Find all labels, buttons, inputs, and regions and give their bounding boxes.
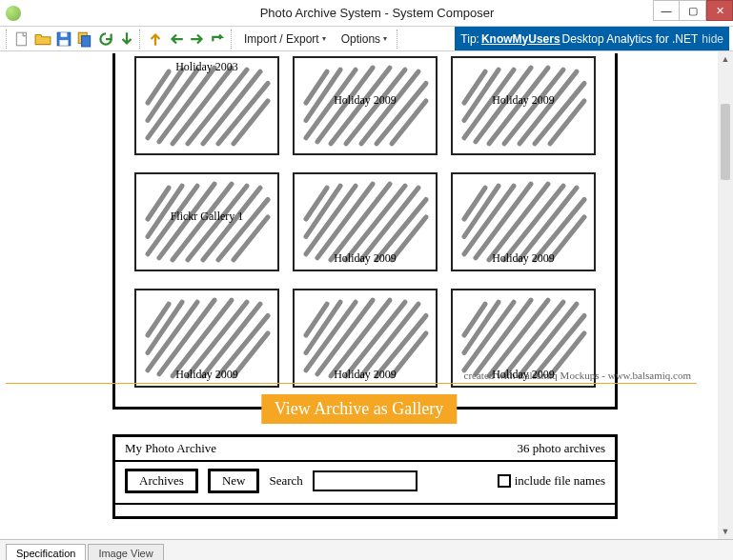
gallery-thumbnail[interactable]: Holiday 2003 [134, 56, 279, 155]
up-arrow-icon[interactable] [147, 30, 164, 48]
vertical-scrollbar[interactable]: ▲ ▼ [718, 51, 733, 539]
import-export-menu[interactable]: Import / Export▾ [236, 27, 334, 51]
forward-arrow-icon[interactable] [189, 30, 206, 48]
gallery-grid: Holiday 2003Holiday 2009Holiday 2009Flic… [134, 56, 596, 388]
archive-panel-tail [115, 503, 615, 516]
toolbar-separator [231, 30, 234, 49]
gallery-thumbnail[interactable]: Holiday 2009 [451, 56, 596, 155]
close-button[interactable]: ✕ [706, 0, 733, 21]
tip-suffix: Desktop Analytics for .NET [562, 32, 699, 46]
copy-icon[interactable] [76, 30, 93, 48]
archive-panel-header: My Photo Archive 36 photo archives [115, 437, 615, 462]
view-gallery-banner: View Archive as Gallery [261, 394, 457, 424]
chevron-down-icon: ▾ [322, 34, 326, 43]
toolbar: Import / Export▾ Options▾ Tip: KnowMyUse… [0, 27, 733, 51]
sketch-fill [140, 62, 274, 150]
thumbnail-label: Holiday 2009 [492, 251, 555, 266]
svg-rect-3 [60, 40, 69, 46]
search-input[interactable] [313, 470, 417, 491]
tab-specification[interactable]: Specification [6, 544, 86, 560]
tip-prefix: Tip: [460, 32, 479, 46]
gallery-thumbnail[interactable]: Flickr Gallery 1 [134, 172, 279, 271]
new-button[interactable]: New [208, 469, 260, 493]
gallery-thumbnail[interactable]: Holiday 2009 [451, 172, 596, 271]
gallery-mockup-frame: Holiday 2003Holiday 2009Holiday 2009Flic… [112, 53, 618, 410]
scroll-thumb[interactable] [721, 104, 730, 180]
options-menu[interactable]: Options▾ [334, 27, 395, 51]
save-icon[interactable] [55, 30, 72, 48]
tip-hide-link[interactable]: hide [702, 32, 723, 46]
canvas: Holiday 2003Holiday 2009Holiday 2009Flic… [6, 53, 712, 537]
maximize-button[interactable]: ▢ [680, 0, 706, 21]
svg-rect-0 [16, 32, 26, 46]
section-divider [6, 383, 697, 384]
svg-rect-5 [82, 35, 91, 46]
menu-label: Options [341, 32, 380, 46]
thumbnail-label: Holiday 2009 [492, 368, 555, 382]
gallery-thumbnail[interactable]: Holiday 2009 [293, 172, 438, 271]
down-arrow-icon[interactable] [118, 30, 135, 48]
thumbnail-label: Holiday 2009 [334, 251, 397, 266]
thumbnail-label: Holiday 2009 [334, 93, 397, 108]
scroll-up-icon[interactable]: ▲ [718, 51, 733, 67]
minimize-button[interactable]: — [653, 0, 680, 21]
toolbar-separator [6, 30, 10, 49]
window-controls: — ▢ ✕ [653, 0, 733, 21]
tab-image-view[interactable]: Image View [88, 544, 163, 560]
thumbnail-label: Holiday 2009 [334, 368, 397, 382]
svg-rect-2 [61, 32, 68, 37]
open-folder-icon[interactable] [34, 30, 51, 48]
toolbar-separator [397, 30, 400, 49]
chevron-down-icon: ▾ [383, 34, 387, 43]
tip-link[interactable]: KnowMyUsers [481, 32, 560, 46]
back-arrow-icon[interactable] [168, 30, 185, 48]
app-icon [6, 6, 21, 21]
workspace: Holiday 2003Holiday 2009Holiday 2009Flic… [0, 51, 733, 539]
include-filenames-label: include file names [515, 473, 605, 489]
thumbnail-label: Holiday 2009 [175, 368, 238, 382]
checkbox-icon [498, 474, 511, 488]
gallery-thumbnail[interactable]: Holiday 2009 [293, 56, 438, 155]
archives-button[interactable]: Archives [125, 469, 198, 493]
search-label: Search [269, 473, 302, 489]
menu-label: Import / Export [244, 32, 319, 46]
bottom-tabs: Specification Image View [0, 539, 733, 560]
gallery-thumbnail[interactable]: Holiday 2009 [293, 289, 438, 388]
thumbnail-label: Holiday 2003 [175, 60, 238, 74]
archive-count: 36 photo archives [518, 441, 605, 456]
archive-panel-mockup: My Photo Archive 36 photo archives Archi… [112, 434, 618, 519]
archive-panel-body: Archives New Search include file names [115, 462, 615, 503]
new-file-icon[interactable] [13, 30, 31, 48]
thumbnail-label: Holiday 2009 [492, 93, 555, 108]
archive-panel-title: My Photo Archive [125, 441, 216, 456]
gallery-thumbnail[interactable]: Holiday 2009 [134, 289, 279, 388]
title-bar: Photo Archive System - System Composer —… [0, 0, 733, 27]
toolbar-separator [139, 30, 143, 49]
refresh-icon[interactable] [97, 30, 114, 48]
include-filenames-option[interactable]: include file names [498, 473, 605, 489]
tip-bar: Tip: KnowMyUsers Desktop Analytics for .… [455, 27, 729, 50]
scroll-down-icon[interactable]: ▼ [718, 524, 733, 539]
window-title: Photo Archive System - System Composer [21, 6, 733, 20]
turn-arrow-icon[interactable] [210, 30, 227, 48]
thumbnail-label: Flickr Gallery 1 [171, 210, 244, 224]
